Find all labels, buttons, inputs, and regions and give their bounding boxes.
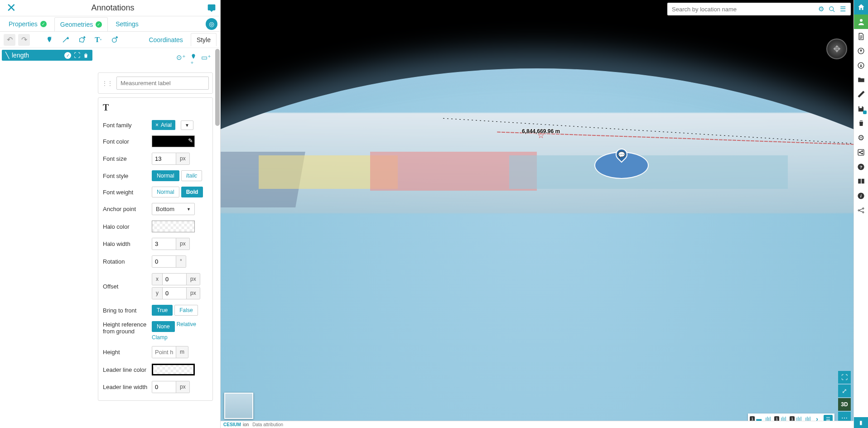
search-icon[interactable]	[826, 6, 838, 13]
search-bar: ⚙ ☰	[667, 3, 851, 15]
compass[interactable]: ✥	[826, 38, 847, 59]
halo-width-input[interactable]	[152, 238, 176, 250]
graph-icon[interactable]	[854, 203, 868, 217]
line-icon: ╲	[5, 52, 9, 59]
style-panel: ⊙⁺ ⁺ ▭⁺ ⋮⋮ T Font family × Arial	[94, 48, 220, 428]
chevron-down-icon: ▼	[187, 207, 191, 212]
check-icon: ✓	[64, 52, 71, 59]
globe	[221, 68, 854, 428]
font-family-chip[interactable]: × Arial	[152, 120, 175, 130]
target-button[interactable]: ◎	[206, 18, 217, 30]
eyedropper-icon: ✎	[188, 137, 193, 144]
offset-x-input[interactable]	[163, 274, 186, 285]
folder-icon[interactable]	[854, 72, 868, 87]
halo-color-swatch[interactable]	[152, 221, 195, 232]
ruler-icon[interactable]	[854, 87, 868, 101]
geometry-item-length[interactable]: ╲ length ✓ ⛶	[2, 50, 92, 61]
leader-color-swatch[interactable]	[152, 364, 195, 375]
data-attribution[interactable]: Data attribution	[252, 422, 283, 427]
text-icon: T	[103, 102, 208, 113]
chat-icon[interactable]	[207, 4, 217, 13]
help-icon[interactable]: ?	[854, 159, 868, 174]
document-icon[interactable]	[854, 29, 868, 43]
download-icon[interactable]	[854, 58, 868, 72]
map-viewport[interactable]: 6,844,669.96 m ☆ 💬 ⚙ ☰ ✥ 1▬ ılıl 1ılıl 1…	[221, 0, 854, 428]
bring-front-false[interactable]: False	[174, 305, 198, 316]
text-style-group: T Font family × Arial ▼ Font color ✎ Fon…	[98, 97, 213, 401]
measurement-label-input[interactable]	[116, 77, 209, 90]
search-input[interactable]	[670, 4, 816, 14]
svg-text:i: i	[860, 193, 862, 198]
font-style-normal[interactable]: Normal	[152, 170, 179, 181]
leader-width-input[interactable]	[152, 381, 176, 393]
svg-point-18	[863, 207, 864, 209]
panel-title: Annotations	[19, 3, 207, 13]
font-weight-normal[interactable]: Normal	[152, 187, 179, 197]
add-shape-icon[interactable]: ▭⁺	[201, 53, 211, 68]
gear-icon[interactable]: ⚙	[854, 130, 868, 145]
font-style-italic[interactable]: Italic	[181, 170, 203, 181]
info-icon[interactable]: i	[854, 188, 868, 203]
grip-icon[interactable]: ⋮⋮	[102, 80, 113, 87]
save-icon[interactable]	[854, 101, 868, 116]
add-circle-point-icon[interactable]: ⊙⁺	[176, 53, 186, 68]
close-icon[interactable]: ✕	[4, 1, 19, 15]
bring-front-true[interactable]: True	[152, 305, 173, 316]
heightref-none[interactable]: None	[152, 321, 175, 332]
upload-icon[interactable]	[854, 43, 868, 58]
add-marker-icon[interactable]: +	[43, 34, 55, 46]
collapse-icon[interactable]: ▮	[854, 417, 868, 428]
svg-text:+: +	[83, 36, 85, 39]
subtab-coordinates[interactable]: Coordinates	[143, 33, 189, 46]
redo-button[interactable]: ↷	[18, 34, 30, 46]
user-icon[interactable]	[854, 14, 868, 29]
font-color-swatch[interactable]: ✎	[152, 135, 195, 147]
trash-icon[interactable]	[854, 116, 868, 130]
share-icon[interactable]	[854, 145, 868, 159]
add-text-icon[interactable]: T+	[92, 34, 104, 46]
remove-icon[interactable]: ×	[155, 122, 159, 128]
svg-point-5	[829, 6, 834, 10]
fullscreen-icon[interactable]: ⛶	[74, 52, 80, 59]
expand-icon[interactable]: ⤢	[838, 385, 851, 397]
mini-map[interactable]	[224, 393, 253, 419]
add-circle-icon[interactable]: +	[109, 34, 121, 46]
svg-text:+: +	[50, 36, 52, 39]
book-icon[interactable]	[854, 174, 868, 188]
subtab-style[interactable]: Style	[191, 33, 217, 46]
star-marker[interactable]: ☆	[537, 130, 545, 140]
rotation-input[interactable]	[152, 256, 176, 267]
heightref-relative[interactable]: Relative	[177, 321, 196, 332]
fullscreen-icon[interactable]: ⛶	[838, 371, 851, 384]
add-line-icon[interactable]: +	[60, 34, 72, 46]
tab-geometries[interactable]: Geometries ✓	[54, 17, 108, 31]
add-polygon-icon[interactable]: +	[76, 34, 88, 46]
check-icon: ✓	[96, 21, 102, 28]
anchor-select[interactable]: Bottom ▼	[152, 203, 195, 215]
3d-toggle[interactable]: 3D	[838, 398, 851, 411]
add-pin-icon[interactable]: ⁺	[190, 53, 197, 68]
tab-settings[interactable]: Settings	[110, 17, 145, 31]
tab-properties[interactable]: Properties ✓	[3, 17, 53, 31]
font-size-input[interactable]	[152, 153, 176, 164]
panel-header: ✕ Annotations	[0, 0, 220, 16]
font-weight-bold[interactable]: Bold	[181, 187, 203, 197]
geometry-toolbar: ↶ ↷ + + + T+ + Coordinates Style	[0, 32, 220, 48]
main-tabs: Properties ✓ Geometries ✓ Settings ◎	[0, 16, 220, 32]
gear-icon[interactable]: ⚙	[816, 5, 826, 13]
svg-point-6	[860, 19, 863, 22]
height-input[interactable]	[152, 346, 176, 358]
svg-point-17	[858, 210, 859, 211]
heightref-clamp[interactable]: Clamp	[152, 334, 168, 341]
menu-icon[interactable]: ☰	[838, 5, 848, 13]
trash-icon[interactable]	[83, 53, 89, 58]
font-family-dropdown[interactable]: ▼	[181, 120, 193, 130]
undo-button[interactable]: ↶	[4, 34, 15, 46]
home-icon[interactable]	[854, 0, 868, 14]
annotations-panel: ✕ Annotations Properties ✓ Geometries ✓ …	[0, 0, 221, 428]
scrollbar[interactable]	[215, 49, 220, 126]
svg-text:?: ?	[859, 164, 862, 169]
offset-y-input[interactable]	[163, 288, 186, 299]
geometry-list: ╲ length ✓ ⛶	[0, 48, 94, 428]
cesium-logo: CESIUM	[223, 422, 241, 427]
